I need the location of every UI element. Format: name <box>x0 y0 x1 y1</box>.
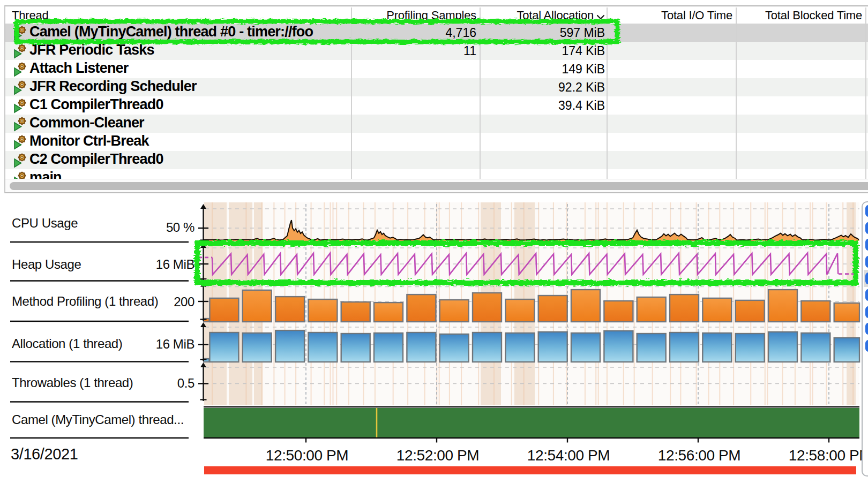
method-profiling-bar <box>538 296 567 322</box>
allocation-bar <box>308 332 337 362</box>
method-profiling-bar <box>505 299 534 322</box>
thread-icon-wrap <box>13 134 29 150</box>
thread-icon <box>13 62 29 78</box>
thread-icon-wrap <box>13 116 29 132</box>
method-profiling-bar <box>768 290 797 322</box>
method-profiling-bar <box>275 297 304 322</box>
thread-row[interactable]: main <box>5 169 868 179</box>
timeline-chart[interactable] <box>0 194 868 484</box>
thread-name: Common-Cleaner <box>29 115 144 131</box>
time-tick-label: 12:54:00 PM <box>527 447 610 464</box>
thread-name: main <box>29 169 62 179</box>
column-header-label: Total Blocked Time <box>765 9 862 22</box>
thread-row[interactable]: JFR Periodic Tasks11174 KiB <box>5 42 868 60</box>
allocation-cell: 92.2 KiB <box>444 80 605 95</box>
time-tick-label: 12:50:00 PM <box>266 447 348 464</box>
thread-row[interactable]: Common-Cleaner <box>5 115 868 133</box>
thread-icon-wrap <box>13 62 29 78</box>
thread-icon <box>13 171 29 179</box>
column-separator <box>736 7 737 179</box>
gear-icon <box>18 154 26 161</box>
method-profiling-bar <box>571 290 600 322</box>
thread-name: Attach Listener <box>29 60 129 77</box>
panel-blue-button[interactable] <box>865 340 868 352</box>
thread-table-viewport: ThreadProfiling SamplesTotal AllocationT… <box>5 6 868 179</box>
panel-blue-button[interactable] <box>865 222 868 234</box>
gear-icon <box>18 44 26 52</box>
thread-table: ThreadProfiling SamplesTotal AllocationT… <box>4 5 868 193</box>
method-profiling-bar <box>473 293 502 322</box>
gear-icon <box>18 81 26 88</box>
panel-blue-button[interactable] <box>865 323 868 335</box>
column-separator <box>351 7 352 179</box>
allocation-bar <box>834 338 859 362</box>
thread-name: Camel (MyTinyCamel) thread #0 - timer://… <box>29 24 313 40</box>
column-header-thread[interactable]: Thread <box>12 6 226 24</box>
panel-blue-button[interactable] <box>865 256 868 268</box>
time-tick-label: 12:58:00 PM <box>789 447 868 464</box>
allocation-bar <box>275 330 304 362</box>
allocation-bar <box>473 332 502 362</box>
panel-blue-button[interactable] <box>865 289 868 301</box>
allocation-bar <box>243 333 272 362</box>
allocation-bar <box>538 332 567 362</box>
gear-icon <box>18 117 26 125</box>
method-profiling-bar <box>801 301 830 322</box>
column-separator <box>865 7 866 179</box>
side-popup-panel <box>862 201 868 477</box>
allocation-bar <box>801 333 830 362</box>
horizontal-scrollbar[interactable] <box>5 179 868 192</box>
method-profiling-bar <box>308 299 337 322</box>
allocation-bar <box>604 331 633 362</box>
thread-row[interactable]: C1 CompilerThread039.4 KiB <box>5 96 868 115</box>
lane-axis-value-method: 200 <box>174 294 194 309</box>
method-profiling-bar <box>374 303 403 322</box>
thread-icon-wrap <box>13 25 29 41</box>
allocation-bar <box>637 334 666 362</box>
panel-blue-button[interactable] <box>865 239 868 251</box>
thread-row[interactable]: JFR Recording Scheduler92.2 KiB <box>5 78 868 96</box>
time-range-bar[interactable] <box>204 466 856 474</box>
allocation-bar <box>736 334 765 362</box>
allocation-bar <box>702 333 731 362</box>
gear-icon <box>18 172 26 179</box>
column-header-label: Thread <box>12 9 49 22</box>
thread-row[interactable]: C2 CompilerThread0 <box>5 151 868 169</box>
allocation-bar <box>440 334 469 362</box>
thread-icon <box>13 25 29 41</box>
thread-activity-band[interactable] <box>204 408 859 437</box>
allocation-bar <box>768 332 797 362</box>
method-profiling-bar <box>243 290 272 322</box>
time-tick-label: 12:56:00 PM <box>658 447 740 464</box>
allocation-bar <box>407 332 436 362</box>
thread-name: C1 CompilerThread0 <box>29 96 163 113</box>
lane-label-throwables: Throwables (1 thread) <box>12 375 133 390</box>
lane-axis-value-cpu: 50 % <box>166 220 194 235</box>
thread-row[interactable]: Attach Listener149 KiB <box>5 60 868 78</box>
thread-row[interactable]: Monitor Ctrl-Break <box>5 133 868 151</box>
method-profiling-bar <box>702 298 731 322</box>
thread-name: C2 CompilerThread0 <box>29 151 163 168</box>
horizontal-scrollbar-thumb[interactable] <box>10 182 868 190</box>
panel-blue-button[interactable] <box>865 273 868 284</box>
lane-axis-value-allocation: 16 MiB <box>156 337 194 352</box>
thread-icon-wrap <box>13 153 29 169</box>
gear-icon <box>18 63 26 70</box>
method-profiling-bar <box>440 300 469 322</box>
allocation-cell: 149 KiB <box>444 62 605 77</box>
allocation-bar <box>571 333 600 362</box>
method-profiling-bar <box>209 298 238 322</box>
column-header-blocked[interactable]: Total Blocked Time <box>685 6 862 24</box>
lane-label-heap: Heap Usage <box>12 257 81 272</box>
timeline-panel: CPU Usage50 %Heap Usage16 MiBMethod Prof… <box>0 194 868 484</box>
thread-icon <box>13 116 29 132</box>
thread-icon <box>13 153 29 169</box>
thread-icon <box>13 80 29 96</box>
method-profiling-bar <box>341 302 370 322</box>
method-profiling-bar <box>834 303 859 322</box>
panel-blue-button[interactable] <box>865 205 868 217</box>
thread-row-selected[interactable]: Camel (MyTinyCamel) thread #0 - timer://… <box>5 24 868 42</box>
panel-blue-button[interactable] <box>865 306 868 318</box>
allocation-cell: 174 KiB <box>444 44 605 58</box>
lane-label-cpu: CPU Usage <box>12 216 78 231</box>
